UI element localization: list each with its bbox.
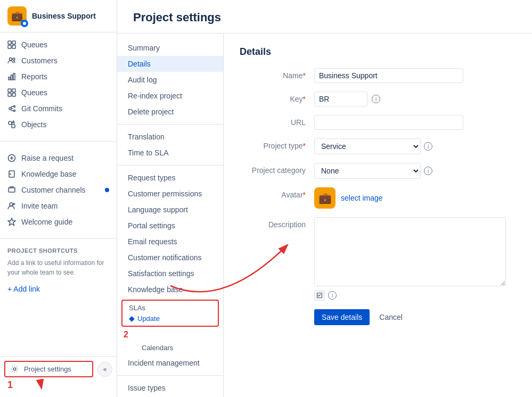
sidebar-item-knowledge-base[interactable]: Knowledge base: [0, 166, 117, 182]
annotation-2: 2: [117, 329, 223, 341]
sidebar-item-queues2[interactable]: Queues: [0, 85, 117, 101]
sidebar-item-label: Queues: [21, 88, 47, 97]
select-image-link[interactable]: select image: [341, 194, 383, 202]
name-label: Name*: [240, 68, 314, 80]
desc-icon-attach[interactable]: [314, 290, 325, 301]
nav-issue-types[interactable]: Issue types: [117, 380, 223, 396]
sidebar-item-git-commits[interactable]: Git Commits: [0, 101, 117, 117]
svg-point-14: [9, 107, 11, 110]
key-row: i: [314, 92, 463, 106]
key-control: i: [314, 92, 463, 106]
nav-incident[interactable]: Incident management: [117, 355, 223, 371]
nav-customer-notifications[interactable]: Customer notifications: [117, 250, 223, 266]
main-header: Project settings: [117, 0, 532, 34]
url-input[interactable]: [314, 115, 463, 130]
cancel-button[interactable]: Cancel: [374, 309, 408, 325]
project-type-select[interactable]: Service Software Business: [314, 138, 421, 154]
name-control: [314, 68, 463, 83]
svg-rect-10: [8, 89, 11, 92]
sidebar: 💼 Business Support Queues Customers Repo…: [0, 0, 117, 397]
key-input[interactable]: [314, 92, 367, 106]
shortcuts-label: PROJECT SHORTCUTS: [0, 243, 117, 256]
sidebar-item-label: Objects: [21, 120, 46, 129]
collapse-button[interactable]: «: [97, 362, 112, 377]
sla-update-label: Update: [137, 315, 160, 322]
nav-request-types[interactable]: Request types: [117, 170, 223, 186]
description-label: Description: [240, 217, 314, 229]
form-buttons: Save details Cancel: [240, 309, 516, 325]
project-category-info-icon[interactable]: i: [424, 167, 432, 175]
annotation-1: 1: [7, 379, 109, 391]
desc-info-icon[interactable]: i: [328, 291, 337, 300]
svg-point-5: [10, 58, 12, 61]
description-textarea[interactable]: [314, 217, 506, 286]
sidebar-item-objects[interactable]: Objects: [0, 117, 117, 133]
project-type-info-icon[interactable]: i: [424, 142, 432, 151]
bar-chart-icon: [7, 72, 16, 81]
nav-email-requests[interactable]: Email requests: [117, 234, 223, 250]
nav-customer-permissions[interactable]: Customer permissions: [117, 186, 223, 202]
nav-language-support[interactable]: Language support: [117, 202, 223, 218]
form-row-url: URL: [240, 115, 516, 130]
svg-rect-13: [12, 93, 15, 96]
svg-rect-1: [8, 41, 11, 44]
nav-calendars[interactable]: Calendars: [117, 341, 223, 355]
add-link-button[interactable]: + Add link: [0, 282, 117, 296]
form-row-project-type: Project type* Service Software Business …: [240, 138, 516, 154]
nav-satisfaction-settings[interactable]: Satisfaction settings: [117, 266, 223, 282]
form-row-description: Description i: [240, 217, 516, 301]
url-label: URL: [240, 115, 314, 127]
sla-section: SLAs ◆ Update: [121, 300, 219, 327]
project-category-control: None i: [314, 163, 463, 179]
nav-details[interactable]: Details: [117, 56, 223, 72]
svg-point-22: [13, 368, 16, 370]
nav-reindex[interactable]: Re-index project: [117, 88, 223, 104]
nav-divider-1: [117, 124, 223, 125]
grid-icon: [7, 88, 16, 97]
nav-portal-settings[interactable]: Portal settings: [117, 218, 223, 234]
sla-update-button[interactable]: ◆ Update: [122, 313, 218, 326]
add-link-label: + Add link: [7, 285, 40, 293]
sidebar-item-welcome-guide[interactable]: Welcome guide: [0, 214, 117, 230]
sidebar-item-label: Customer channels: [21, 186, 86, 194]
avatar-emoji: 💼: [318, 192, 332, 204]
sidebar-item-invite-team[interactable]: Invite team: [0, 198, 117, 214]
sidebar-item-label: Knowledge base: [21, 170, 77, 178]
name-input[interactable]: [314, 68, 463, 83]
key-info-icon[interactable]: i: [372, 95, 380, 103]
sidebar-item-customer-channels[interactable]: Customer channels: [0, 182, 117, 198]
nav-time-to-sla[interactable]: Time to SLA: [117, 145, 223, 161]
project-category-select[interactable]: None: [314, 163, 421, 179]
nav-summary[interactable]: Summary: [117, 40, 223, 56]
sidebar-item-raise-request[interactable]: Raise a request: [0, 150, 117, 166]
svg-rect-4: [12, 45, 15, 48]
sidebar-item-label: Invite team: [21, 202, 58, 210]
sidebar-item-queues1[interactable]: Queues: [0, 37, 117, 53]
sidebar-item-reports[interactable]: Reports: [0, 69, 117, 85]
avatar-control: 💼 select image: [314, 187, 463, 209]
main-content: Project settings Summary Details Audit l…: [117, 0, 532, 397]
project-settings-button[interactable]: Project settings: [4, 361, 93, 377]
project-type-wrap: Service Software Business i: [314, 138, 463, 154]
svg-marker-21: [8, 218, 15, 226]
svg-point-15: [14, 106, 15, 107]
nav-translation[interactable]: Translation: [117, 129, 223, 145]
diamond-icon: ◆: [129, 314, 135, 322]
sidebar-secondary-nav: Raise a request Knowledge base Customer …: [0, 146, 117, 234]
objects-icon: [7, 120, 16, 129]
svg-rect-7: [9, 77, 10, 80]
url-control: [314, 115, 463, 130]
project-type-control: Service Software Business i: [314, 138, 463, 154]
sidebar-item-customers[interactable]: Customers: [0, 53, 117, 69]
nav-audit-log[interactable]: Audit log: [117, 72, 223, 88]
svg-rect-8: [11, 75, 13, 80]
detail-title: Details: [240, 46, 516, 57]
middle-nav: Summary Details Audit log Re-index proje…: [117, 34, 224, 397]
nav-knowledge-base[interactable]: Knowledge base: [117, 282, 223, 297]
nav-divider-3: [117, 375, 223, 376]
nav-delete[interactable]: Delete project: [117, 104, 223, 120]
project-category-wrap: None i: [314, 163, 463, 179]
save-button[interactable]: Save details: [314, 309, 370, 325]
notification-badge: [105, 188, 109, 192]
svg-point-0: [23, 22, 26, 25]
